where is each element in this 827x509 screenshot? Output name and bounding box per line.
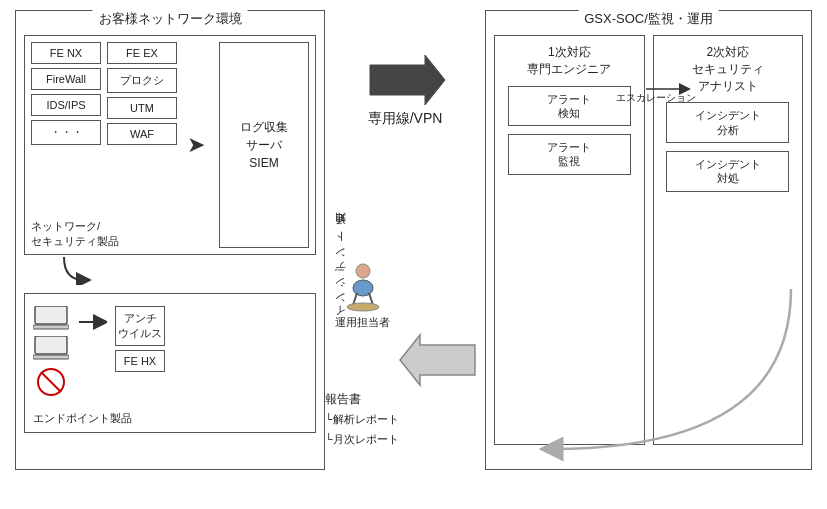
endpoint-device-boxes: アンチ ウイルス FE HX (115, 306, 165, 372)
device-fe-ex: FE EX (107, 42, 177, 64)
device-dots: ・・・ (31, 120, 101, 145)
soc-col1-title: 1次対応 専門エンジニア (527, 44, 611, 78)
middle-section: 専用線/VPN インシデント通知 (325, 10, 485, 470)
device-fe-hx: FE HX (115, 350, 165, 372)
soc-col2-title: 2次対応 セキュリティ アナリスト (692, 44, 764, 94)
log-server-box: ログ収集 サーバ SIEM (219, 42, 309, 248)
arrow-to-log: ➤ (183, 42, 209, 248)
svg-marker-15 (400, 335, 475, 385)
svg-point-14 (347, 303, 379, 311)
middle-content: 専用線/VPN インシデント通知 (325, 30, 485, 450)
main-container: お客様ネットワーク環境 FE NX FireWall IDS/IPS ・・・ F… (0, 0, 827, 509)
endpoint-label: エンドポイント製品 (33, 411, 132, 426)
laptop-icon-1 (33, 306, 69, 334)
network-label: ネットワーク/ セキュリティ製品 (31, 219, 119, 248)
arrow-down-left (44, 255, 104, 285)
big-arrow-left (395, 330, 485, 390)
device-firewall: FireWall (31, 68, 101, 90)
endpoint-icons (33, 302, 69, 398)
blocked-icon (35, 366, 67, 398)
report-label: 報告書 (325, 389, 399, 411)
log-server-label: ログ収集 サーバ SIEM (240, 118, 288, 172)
soc-inner: 1次対応 専門エンジニア アラート 検知 アラート 監視 エスカレーション 2次… (494, 35, 803, 445)
left-title: お客様ネットワーク環境 (93, 10, 248, 28)
operator-label: 運用担当者 (335, 315, 390, 330)
report-item-0: └解析レポート (325, 410, 399, 430)
person-icon (343, 263, 383, 313)
right-title: GSX-SOC/監視・運用 (578, 10, 719, 28)
arrow-endpoint-right (77, 312, 107, 332)
network-box: FE NX FireWall IDS/IPS ・・・ FE EX プロクシ UT… (24, 35, 316, 255)
endpoint-box: アンチ ウイルス FE HX エンドポイント製品 (24, 293, 316, 433)
left-section: お客様ネットワーク環境 FE NX FireWall IDS/IPS ・・・ F… (15, 10, 325, 470)
device-proxy: プロクシ (107, 68, 177, 93)
big-arrow-right (360, 50, 450, 110)
right-section: GSX-SOC/監視・運用 1次対応 専門エンジニア アラート 検知 アラート … (485, 10, 812, 470)
vpn-label: 専用線/VPN (368, 110, 443, 128)
soc-item-incident-analyze: インシデント 分析 (666, 102, 789, 143)
svg-point-10 (356, 264, 370, 278)
operator-area: 運用担当者 (335, 263, 390, 330)
soc-item-incident-handle: インシデント 対処 (666, 151, 789, 192)
svg-marker-9 (370, 55, 445, 105)
svg-rect-3 (35, 336, 67, 354)
device-waf: WAF (107, 123, 177, 145)
device-antivirus: アンチ ウイルス (115, 306, 165, 346)
device-col-left: FE NX FireWall IDS/IPS ・・・ (31, 42, 101, 248)
device-fe-nx: FE NX (31, 42, 101, 64)
soc-item-alert-detect: アラート 検知 (508, 86, 631, 127)
soc-item-alert-monitor: アラート 監視 (508, 134, 631, 175)
top-arrow-area: 専用線/VPN (360, 50, 450, 128)
report-item-1: └月次レポート (325, 430, 399, 450)
soc-col-1: 1次対応 専門エンジニア アラート 検知 アラート 監視 エスカレーション (494, 35, 645, 445)
laptop-icon-2 (33, 336, 69, 364)
escalation-label: エスカレーション (616, 91, 696, 105)
device-ids-ips: IDS/IPS (31, 94, 101, 116)
report-area: 報告書 └解析レポート └月次レポート (325, 389, 399, 450)
device-utm: UTM (107, 97, 177, 119)
device-col-right: FE EX プロクシ UTM WAF (107, 42, 177, 248)
svg-rect-4 (33, 355, 69, 359)
svg-rect-1 (35, 306, 67, 324)
svg-rect-2 (33, 325, 69, 329)
